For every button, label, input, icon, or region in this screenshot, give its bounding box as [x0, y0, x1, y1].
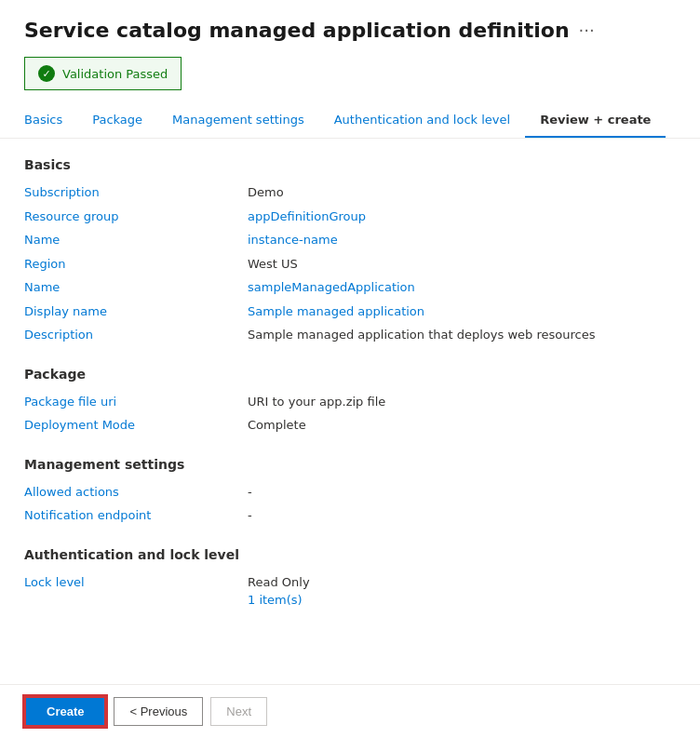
field-subscription: Subscription Demo [24, 183, 676, 202]
tab-package[interactable]: Package [77, 103, 157, 138]
field-label-resource-group: Resource group [24, 208, 248, 226]
field-value-notification-endpoint: - [248, 506, 676, 525]
create-button[interactable]: Create [24, 696, 106, 727]
field-value-resource-group: appDefinitionGroup [248, 208, 676, 226]
field-lock-level: Lock level Read Only 1 item(s) [24, 573, 676, 610]
tabs-bar: Basics Package Management settings Authe… [0, 103, 700, 139]
package-section: Package Package file uri URI to your app… [24, 367, 676, 435]
validation-text: Validation Passed [62, 67, 168, 81]
tab-review[interactable]: Review + create [525, 103, 666, 138]
field-label-notification-endpoint: Notification endpoint [24, 506, 248, 525]
management-section-title: Management settings [24, 457, 676, 472]
field-label-name-1: Name [24, 231, 248, 249]
previous-button[interactable]: < Previous [114, 697, 203, 726]
field-notification-endpoint: Notification endpoint - [24, 506, 676, 525]
field-label-allowed-actions: Allowed actions [24, 483, 248, 502]
field-description: Description Sample managed application t… [24, 326, 676, 344]
tab-basics[interactable]: Basics [24, 103, 77, 138]
next-button[interactable]: Next [210, 697, 267, 726]
field-value-deployment-mode: Complete [248, 416, 676, 435]
page-header: Service catalog managed application defi… [0, 0, 700, 51]
field-label-description: Description [24, 326, 248, 344]
page-container: Service catalog managed application defi… [0, 0, 700, 738]
field-deployment-mode: Deployment Mode Complete [24, 416, 676, 435]
field-name-2: Name sampleManagedApplication [24, 278, 676, 297]
field-package-uri: Package file uri URI to your app.zip fil… [24, 393, 676, 411]
field-label-display-name: Display name [24, 302, 248, 321]
field-label-lock-level: Lock level [24, 573, 248, 610]
field-resource-group: Resource group appDefinitionGroup [24, 208, 676, 226]
auth-section: Authentication and lock level Lock level… [24, 547, 676, 610]
field-value-allowed-actions: - [248, 483, 676, 502]
field-value-lock-level: Read Only [248, 573, 310, 592]
tab-auth[interactable]: Authentication and lock level [319, 103, 525, 138]
field-value-display-name: Sample managed application [248, 302, 676, 321]
field-value-description: Sample managed application that deploys … [248, 326, 676, 344]
tab-management[interactable]: Management settings [157, 103, 319, 138]
field-value-name-2: sampleManagedApplication [248, 278, 676, 297]
field-value-package-uri: URI to your app.zip file [248, 393, 676, 411]
field-name-1: Name instance-name [24, 231, 676, 249]
field-label-subscription: Subscription [24, 183, 248, 202]
auth-section-title: Authentication and lock level [24, 547, 676, 562]
field-value-lock-items: 1 item(s) [248, 591, 310, 610]
field-display-name: Display name Sample managed application [24, 302, 676, 321]
field-value-subscription: Demo [248, 183, 676, 202]
basics-section: Basics Subscription Demo Resource group … [24, 157, 676, 344]
management-section: Management settings Allowed actions - No… [24, 457, 676, 525]
field-value-name-1: instance-name [248, 231, 676, 249]
field-allowed-actions: Allowed actions - [24, 483, 676, 502]
field-label-region: Region [24, 255, 248, 274]
content-area: Basics Subscription Demo Resource group … [0, 139, 700, 684]
field-label-package-uri: Package file uri [24, 393, 248, 411]
ellipsis-menu-icon[interactable]: ··· [579, 20, 595, 40]
package-section-title: Package [24, 367, 676, 382]
field-region: Region West US [24, 255, 676, 274]
basics-section-title: Basics [24, 157, 676, 172]
validation-banner: Validation Passed [24, 57, 182, 90]
page-title: Service catalog managed application defi… [24, 19, 570, 42]
field-label-deployment-mode: Deployment Mode [24, 416, 248, 435]
validation-check-icon [38, 65, 55, 82]
footer-bar: Create < Previous Next [0, 684, 700, 738]
field-label-name-2: Name [24, 278, 248, 297]
field-value-region: West US [248, 255, 676, 274]
lock-level-values: Read Only 1 item(s) [248, 573, 310, 610]
